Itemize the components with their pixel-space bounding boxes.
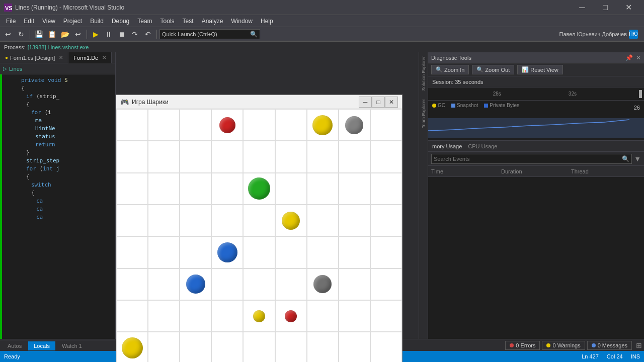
game-cell[interactable] [339, 173, 370, 205]
ball[interactable] [219, 117, 235, 133]
game-cell[interactable] [180, 300, 211, 332]
game-cell[interactable] [116, 173, 148, 205]
memory-usage-tab[interactable]: mory Usage [432, 143, 462, 149]
game-cell[interactable] [339, 141, 370, 172]
toolbar-debug2[interactable]: ⏸ [103, 29, 115, 40]
game-cell[interactable] [211, 109, 243, 141]
game-cell[interactable] [148, 332, 180, 362]
diag-close-btn[interactable]: ✕ [636, 54, 641, 61]
game-cell[interactable] [370, 236, 402, 268]
game-cell[interactable] [370, 173, 402, 205]
close-tab-1[interactable]: ✕ [59, 55, 63, 60]
menu-file[interactable]: File [2, 17, 20, 26]
game-cell[interactable] [370, 109, 402, 141]
game-cell[interactable] [148, 173, 180, 205]
game-cell[interactable] [180, 173, 211, 205]
toolbar-search-box[interactable]: 🔍 [159, 29, 260, 39]
messages-btn[interactable]: 0 Messages [587, 341, 632, 350]
menu-build[interactable]: Build [86, 17, 108, 26]
tab-autos[interactable]: Autos [2, 341, 27, 350]
expand-icon[interactable]: ▷ [3, 66, 7, 71]
game-cell[interactable] [211, 300, 243, 332]
tab-form1-de[interactable]: Form1.De ✕ [68, 52, 112, 63]
game-cell[interactable] [307, 173, 339, 205]
game-cell[interactable] [370, 141, 402, 172]
game-cell[interactable] [307, 300, 339, 332]
menu-help[interactable]: Help [257, 17, 277, 26]
game-cell[interactable] [307, 205, 339, 236]
game-cell[interactable] [370, 300, 402, 332]
game-cell[interactable] [243, 205, 275, 236]
game-cell[interactable] [211, 205, 243, 236]
quick-launch-input[interactable] [162, 31, 250, 37]
events-search-input[interactable] [434, 156, 622, 162]
game-cell[interactable] [339, 332, 370, 362]
game-minimize-btn[interactable]: ─ [359, 97, 372, 108]
reset-view-btn[interactable]: 📊 Reset View [517, 65, 562, 74]
game-close-btn[interactable]: ✕ [385, 97, 398, 108]
game-cell[interactable] [275, 300, 307, 332]
game-cell[interactable] [339, 236, 370, 268]
game-cell[interactable] [243, 173, 275, 205]
menu-tools[interactable]: Tools [156, 17, 179, 26]
game-cell[interactable] [180, 109, 211, 141]
team-explorer-tab[interactable]: Team Explorer [420, 97, 427, 130]
game-cell[interactable] [243, 300, 275, 332]
toolbar-fwd[interactable]: ↻ [15, 29, 27, 40]
game-cell[interactable] [148, 268, 180, 300]
errors-btn[interactable]: 0 Errors [505, 341, 540, 350]
minimize-button[interactable]: ─ [571, 0, 594, 15]
game-cell[interactable] [116, 332, 148, 362]
game-cell[interactable] [339, 300, 370, 332]
game-cell[interactable] [339, 109, 370, 141]
game-cell[interactable] [116, 268, 148, 300]
game-cell[interactable] [370, 332, 402, 362]
game-cell[interactable] [116, 141, 148, 172]
toolbar-back[interactable]: ↩ [2, 29, 14, 40]
toolbar-save2[interactable]: 📋 [46, 29, 58, 40]
menu-test[interactable]: Test [179, 17, 198, 26]
tab-form1-design[interactable]: ● Form1.cs [Design] ✕ [0, 52, 68, 63]
filter-icon[interactable]: ⊞ [636, 341, 642, 349]
ball[interactable] [282, 212, 300, 230]
game-cell[interactable] [116, 205, 148, 236]
game-grid[interactable] [116, 109, 402, 362]
ball[interactable] [217, 242, 237, 262]
game-cell[interactable] [180, 236, 211, 268]
game-maximize-btn[interactable]: □ [372, 97, 385, 108]
toolbar-save[interactable]: 💾 [33, 29, 45, 40]
zoom-in-btn[interactable]: 🔍 Zoom In [431, 65, 469, 74]
menu-view[interactable]: View [38, 17, 59, 26]
game-cell[interactable] [275, 109, 307, 141]
game-cell[interactable] [275, 141, 307, 172]
game-cell[interactable] [243, 236, 275, 268]
game-cell[interactable] [307, 268, 339, 300]
events-search-box[interactable]: 🔍 [431, 154, 632, 164]
game-cell[interactable] [148, 300, 180, 332]
game-cell[interactable] [180, 141, 211, 172]
ball[interactable] [253, 310, 265, 322]
game-cell[interactable] [211, 268, 243, 300]
game-cell[interactable] [243, 332, 275, 362]
close-tab-2[interactable]: ✕ [102, 55, 106, 60]
tab-watch1[interactable]: Watch 1 [56, 341, 88, 350]
game-cell[interactable] [307, 141, 339, 172]
ball[interactable] [313, 275, 332, 293]
menu-edit[interactable]: Edit [20, 17, 38, 26]
game-cell[interactable] [243, 141, 275, 172]
game-cell[interactable] [275, 332, 307, 362]
game-cell[interactable] [116, 236, 148, 268]
zoom-out-btn[interactable]: 🔍 Zoom Out [472, 65, 514, 74]
ball[interactable] [345, 116, 363, 134]
game-cell[interactable] [275, 173, 307, 205]
tab-locals[interactable]: Locals [28, 341, 55, 350]
toolbar-open[interactable]: 📂 [59, 29, 71, 40]
maximize-button[interactable]: □ [594, 0, 617, 15]
game-cell[interactable] [211, 173, 243, 205]
ball[interactable] [248, 177, 270, 200]
menu-debug[interactable]: Debug [108, 17, 133, 26]
game-cell[interactable] [275, 268, 307, 300]
game-cell[interactable] [116, 109, 148, 141]
close-button[interactable]: ✕ [617, 0, 640, 15]
game-cell[interactable] [148, 205, 180, 236]
